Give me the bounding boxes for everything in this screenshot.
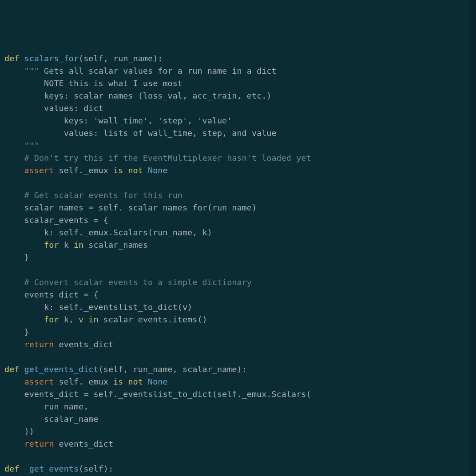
keyword-assert: assert: [24, 377, 54, 386]
code-text: events_dict = self._eventslist_to_dict(s…: [4, 389, 311, 399]
code-text: self._emux: [54, 166, 113, 175]
function-name: _get_events: [24, 464, 79, 473]
docstring-text: keys: scalar names (loss_val, acc_train,…: [4, 91, 271, 100]
keyword-for: for: [44, 315, 59, 324]
keyword-assert: assert: [24, 166, 54, 175]
comment: # Don't try this if the EventMultiplexer…: [4, 153, 311, 163]
params: (self, run_name):: [79, 54, 163, 63]
keyword-none: None: [148, 377, 168, 386]
docstring-text: keys: 'wall_time', 'step', 'value': [4, 116, 232, 125]
docstring-open: """: [24, 66, 39, 75]
keyword-for: for: [44, 240, 59, 250]
keyword-not: not: [128, 166, 143, 175]
code-text: events_dict: [54, 439, 113, 448]
code-text: k: self._eventslist_to_dict(v): [4, 302, 192, 312]
code-text: self._emux: [54, 377, 113, 386]
keyword-is: is: [113, 377, 123, 386]
keyword-return: return: [24, 439, 54, 448]
keyword-none: None: [148, 166, 168, 175]
code-text: k: [59, 240, 74, 250]
code-text: k, v: [59, 315, 89, 324]
docstring-text: values: dict: [4, 103, 103, 113]
keyword-is: is: [113, 166, 123, 175]
code-text: events_dict = {: [4, 290, 99, 299]
code-text: scalar_names: [83, 240, 148, 250]
keyword-in: in: [74, 240, 83, 250]
keyword-in: in: [88, 315, 98, 324]
keyword-not: not: [128, 377, 143, 386]
docstring-text: Gets all scalar values for a run name in…: [39, 66, 277, 75]
docstring-close: """: [4, 141, 39, 150]
code-text: k: self._emux.Scalars(run_name, k): [4, 228, 212, 237]
keyword-def: def: [4, 54, 19, 63]
code-text: run_name,: [4, 402, 88, 411]
code-text: scalar_events.items(): [99, 315, 207, 324]
scrollbar-track[interactable]: [470, 0, 476, 476]
code-indent: [4, 315, 44, 324]
function-name: scalars_for: [24, 54, 79, 63]
docstring-text: values: lists of wall_time, step, and va…: [4, 128, 277, 138]
function-name: get_events_dict: [24, 365, 99, 374]
code-text: scalar_name: [4, 414, 99, 424]
comment: # Get scalar events for this run: [4, 190, 182, 200]
code-text: events_dict: [54, 340, 113, 349]
keyword-return: return: [24, 340, 54, 349]
code-text: }: [4, 327, 29, 337]
code-text: }: [4, 253, 29, 262]
params: (self):: [79, 464, 113, 473]
code-text: scalar_events = {: [4, 215, 108, 225]
params: (self, run_name, scalar_name):: [99, 365, 247, 374]
code-indent: [4, 240, 44, 250]
code-text: )): [4, 427, 34, 436]
code-editor[interactable]: def scalars_for(self, run_name): """ Get…: [4, 52, 476, 476]
keyword-def: def: [4, 464, 19, 473]
code-text: scalar_names = self._scalar_names_for(ru…: [4, 203, 257, 212]
keyword-def: def: [4, 365, 19, 374]
comment: # Convert scalar events to a simple dict…: [4, 278, 252, 287]
docstring-text: NOTE this is what I use most: [4, 79, 182, 88]
